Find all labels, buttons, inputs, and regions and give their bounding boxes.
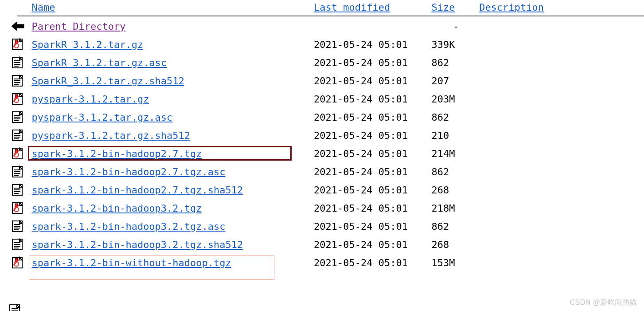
file-link[interactable]: spark-3.1.2-bin-hadoop2.7.tgz: [31, 148, 202, 159]
watermark-text: CSDN @爱吃面的猫: [570, 298, 637, 307]
file-link[interactable]: pyspark-3.1.2.tar.gz.asc: [31, 112, 172, 123]
file-link[interactable]: SparkR_3.1.2.tar.gz: [31, 39, 143, 50]
last-modified-cell: [311, 17, 429, 35]
table-row: SparkR_3.1.2.tar.gz.sha5122021-05-24 05:…: [8, 72, 644, 90]
size-cell: 862: [429, 217, 476, 236]
description-cell: [476, 108, 644, 126]
description-cell: [476, 17, 644, 35]
last-modified-cell: 2021-05-24 05:01: [311, 163, 429, 181]
description-cell: [476, 145, 644, 163]
description-cell: [476, 126, 644, 145]
text-file-icon: [11, 184, 25, 196]
last-modified-cell: 2021-05-24 05:01: [311, 181, 429, 199]
description-cell: [476, 181, 644, 199]
size-cell: -: [429, 17, 476, 35]
file-link[interactable]: spark-3.1.2-bin-without-hadoop.tgz: [31, 257, 231, 268]
description-cell: [476, 217, 644, 236]
last-modified-cell: 2021-05-24 05:01: [311, 236, 429, 254]
back-icon: [11, 20, 25, 32]
archive-file-icon: [11, 93, 25, 105]
last-modified-cell: 2021-05-24 05:01: [311, 35, 429, 54]
size-cell: 210: [429, 126, 476, 145]
file-link[interactable]: spark-3.1.2-bin-hadoop2.7.tgz.asc: [31, 166, 225, 177]
text-file-icon: [11, 129, 25, 142]
description-cell: [476, 35, 644, 54]
column-header-size[interactable]: Size: [431, 2, 455, 13]
description-cell: [476, 163, 644, 181]
size-cell: 268: [429, 236, 476, 254]
text-file-icon: [11, 111, 25, 123]
last-modified-cell: 2021-05-24 05:01: [311, 145, 429, 163]
column-header-last-modified[interactable]: Last modified: [314, 2, 390, 13]
table-row: spark-3.1.2-bin-without-hadoop.tgz2021-0…: [8, 254, 644, 272]
file-link[interactable]: pyspark-3.1.2.tar.gz.sha512: [31, 130, 190, 141]
table-row: SparkR_3.1.2.tar.gz2021-05-24 05:01339K: [8, 35, 644, 54]
table-row: spark-3.1.2-bin-hadoop2.7.tgz.asc2021-05…: [8, 163, 644, 181]
size-cell: 862: [429, 54, 476, 72]
table-row: pyspark-3.1.2.tar.gz.sha5122021-05-24 05…: [8, 126, 644, 145]
size-cell: 207: [429, 72, 476, 90]
size-cell: 339K: [429, 35, 476, 54]
table-row: spark-3.1.2-bin-hadoop3.2.tgz2021-05-24 …: [8, 199, 644, 217]
last-modified-cell: 2021-05-24 05:01: [311, 72, 429, 90]
table-row: pyspark-3.1.2.tar.gz.asc2021-05-24 05:01…: [8, 108, 644, 126]
text-file-icon: [11, 220, 25, 232]
last-modified-cell: 2021-05-24 05:01: [311, 254, 429, 272]
description-cell: [476, 236, 644, 254]
size-cell: 203M: [429, 90, 476, 108]
size-cell: 153M: [429, 254, 476, 272]
table-row: SparkR_3.1.2.tar.gz.asc2021-05-24 05:018…: [8, 54, 644, 72]
archive-file-icon: [11, 256, 25, 269]
file-link[interactable]: pyspark-3.1.2.tar.gz: [31, 94, 149, 105]
file-link[interactable]: SparkR_3.1.2.tar.gz.sha512: [31, 75, 184, 87]
text-file-icon: [11, 165, 25, 178]
column-header-description[interactable]: Description: [479, 2, 544, 13]
directory-listing-table: Name Last modified Size Description Pare…: [8, 0, 644, 272]
column-header-name[interactable]: Name: [31, 2, 55, 13]
table-row: Parent Directory -: [8, 17, 644, 35]
last-modified-cell: 2021-05-24 05:01: [311, 217, 429, 236]
last-modified-cell: 2021-05-24 05:01: [311, 199, 429, 217]
archive-file-icon: [11, 38, 25, 51]
description-cell: [476, 199, 644, 217]
file-link[interactable]: spark-3.1.2-bin-hadoop2.7.tgz.sha512: [31, 185, 243, 196]
text-file-icon: [11, 56, 25, 69]
archive-file-icon: [11, 202, 25, 214]
table-row: spark-3.1.2-bin-hadoop2.7.tgz2021-05-24 …: [8, 145, 644, 163]
file-link[interactable]: SparkR_3.1.2.tar.gz.asc: [31, 57, 167, 68]
description-cell: [476, 72, 644, 90]
table-row: pyspark-3.1.2.tar.gz2021-05-24 05:01203M: [8, 90, 644, 108]
last-modified-cell: 2021-05-24 05:01: [311, 108, 429, 126]
size-cell: 214M: [429, 145, 476, 163]
size-cell: 218M: [429, 199, 476, 217]
header-divider: [17, 16, 644, 16]
text-file-icon: [11, 238, 25, 251]
last-modified-cell: 2021-05-24 05:01: [311, 54, 429, 72]
archive-file-icon: [11, 147, 25, 160]
file-link[interactable]: spark-3.1.2-bin-hadoop3.2.tgz.sha512: [31, 239, 243, 250]
file-link[interactable]: spark-3.1.2-bin-hadoop3.2.tgz: [31, 203, 202, 214]
file-link[interactable]: spark-3.1.2-bin-hadoop3.2.tgz.asc: [31, 221, 225, 232]
description-cell: [476, 54, 644, 72]
table-row: spark-3.1.2-bin-hadoop2.7.tgz.sha5122021…: [8, 181, 644, 199]
table-row: spark-3.1.2-bin-hadoop3.2.tgz.sha5122021…: [8, 236, 644, 254]
size-cell: 862: [429, 108, 476, 126]
last-modified-cell: 2021-05-24 05:01: [311, 126, 429, 145]
description-cell: [476, 90, 644, 108]
table-row: spark-3.1.2-bin-hadoop3.2.tgz.asc2021-05…: [8, 217, 644, 236]
size-cell: 268: [429, 181, 476, 199]
parent-directory-link[interactable]: Parent Directory: [31, 21, 125, 32]
header-icon-spacer: [8, 0, 29, 16]
description-cell: [476, 254, 644, 272]
text-file-icon: [8, 304, 22, 311]
text-file-icon: [11, 75, 25, 87]
last-modified-cell: 2021-05-24 05:01: [311, 90, 429, 108]
size-cell: 862: [429, 163, 476, 181]
